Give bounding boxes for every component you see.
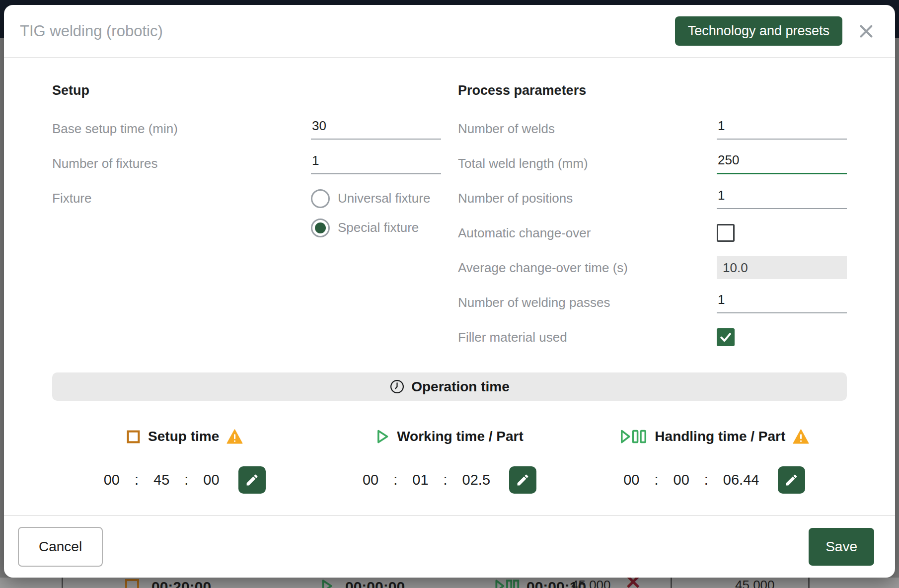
setup-hours: 00 — [104, 472, 120, 488]
bg-table-border — [671, 578, 672, 588]
process-parameters-section: Process parameters Number of welds Total… — [458, 76, 847, 355]
operation-time-title: Operation time — [411, 379, 510, 395]
working-time-label: Working time / Part — [397, 429, 524, 444]
process-parameters-heading: Process parameters — [458, 83, 847, 98]
operation-time-bar: Operation time — [52, 372, 847, 401]
edit-setup-time-button[interactable] — [238, 466, 266, 494]
total-weld-length-input[interactable] — [717, 152, 847, 174]
special-fixture-radio[interactable]: Special fixture — [311, 213, 441, 242]
bg-table-border — [62, 578, 63, 588]
checkmark-icon — [719, 330, 733, 344]
bg-partial-value: 45.000 — [735, 578, 775, 588]
fixture-label: Fixture — [52, 191, 311, 206]
radio-unselected-icon — [311, 189, 330, 208]
tig-welding-dialog: TIG welding (robotic) Technology and pre… — [4, 5, 895, 578]
number-of-fixtures-input[interactable] — [311, 153, 441, 174]
handling-hours: 00 — [623, 472, 639, 488]
pencil-icon — [784, 473, 799, 487]
handling-time-block: Handling time / Part 00 : 00 : 06.44 — [582, 429, 847, 494]
bg-table-border — [808, 578, 810, 588]
pencil-icon — [516, 473, 530, 487]
close-button[interactable] — [857, 22, 875, 40]
filler-material-checkbox[interactable] — [717, 328, 735, 346]
automatic-changeover-label: Automatic change-over — [458, 225, 717, 241]
times-row: Setup time 00 : 45 : 00 — [52, 429, 847, 494]
filler-material-row: Filler material used — [458, 320, 847, 355]
close-icon — [857, 22, 875, 40]
radio-selected-icon — [311, 219, 330, 237]
setup-section: Setup Base setup time (min) Number of fi… — [52, 76, 441, 355]
handling-minutes: 00 — [674, 472, 689, 488]
welding-passes-input[interactable] — [717, 292, 847, 313]
time-separator: : — [393, 472, 397, 488]
dialog-body: Setup Base setup time (min) Number of fi… — [4, 58, 895, 515]
bg-delete-x-icon: ✕ — [625, 578, 642, 588]
bg-setup-square-icon — [125, 579, 139, 588]
filler-material-label: Filler material used — [458, 330, 717, 345]
working-minutes: 01 — [412, 472, 428, 488]
technology-presets-button[interactable]: Technology and presets — [675, 16, 842, 46]
base-setup-time-label: Base setup time (min) — [52, 121, 311, 137]
cancel-button[interactable]: Cancel — [18, 527, 103, 567]
handling-time-label: Handling time / Part — [655, 429, 785, 444]
total-weld-length-label: Total weld length (mm) — [458, 156, 717, 171]
save-button[interactable]: Save — [809, 528, 874, 566]
setup-time-label: Setup time — [148, 429, 219, 444]
number-of-positions-label: Number of positions — [458, 191, 717, 206]
dialog-header: TIG welding (robotic) Technology and pre… — [4, 5, 895, 58]
number-of-welds-input[interactable] — [717, 118, 847, 140]
dialog-title: TIG welding (robotic) — [20, 22, 675, 40]
total-weld-length-row: Total weld length (mm) — [458, 146, 847, 181]
fixture-radio-group: Universal fixture Special fixture — [311, 184, 441, 242]
working-hours: 00 — [363, 472, 378, 488]
number-of-fixtures-label: Number of fixtures — [52, 156, 311, 171]
automatic-changeover-checkbox[interactable] — [717, 224, 735, 242]
universal-fixture-radio[interactable]: Universal fixture — [311, 184, 441, 213]
time-separator: : — [704, 472, 708, 488]
edit-working-time-button[interactable] — [509, 466, 536, 494]
handling-seconds: 06.44 — [723, 472, 759, 488]
number-of-positions-row: Number of positions — [458, 181, 847, 216]
time-separator: : — [135, 472, 139, 488]
setup-square-icon — [126, 430, 141, 444]
average-changeover-label: Average change-over time (s) — [458, 260, 717, 276]
bg-play-icon — [320, 579, 333, 588]
background-table-strip: 00:20:00 00:00:00 00:00:10 45.000 ✕ 45.0… — [0, 578, 899, 588]
bg-partial-value: 45.000 — [571, 578, 611, 588]
number-of-welds-row: Number of welds — [458, 111, 847, 146]
bg-time-value: 00:20:00 — [151, 579, 211, 588]
automatic-changeover-row: Automatic change-over — [458, 216, 847, 250]
working-seconds: 02.5 — [462, 472, 490, 488]
average-changeover-row: Average change-over time (s) — [458, 250, 847, 285]
special-fixture-label: Special fixture — [338, 220, 419, 235]
base-setup-time-row: Base setup time (min) — [52, 111, 441, 146]
bg-time-value: 00:00:00 — [345, 579, 405, 588]
clock-icon — [389, 379, 405, 394]
setup-minutes: 45 — [153, 472, 169, 488]
base-setup-time-input[interactable] — [311, 118, 441, 140]
play-icon — [375, 429, 389, 444]
number-of-welds-label: Number of welds — [458, 121, 717, 137]
setup-seconds: 00 — [203, 472, 219, 488]
warning-icon — [793, 429, 809, 444]
setup-time-block: Setup time 00 : 45 : 00 — [52, 429, 317, 494]
fixture-row: Fixture Universal fixture Special fixtur… — [52, 184, 441, 242]
average-changeover-input — [717, 256, 847, 279]
time-separator: : — [654, 472, 658, 488]
welding-passes-row: Number of welding passes — [458, 285, 847, 320]
working-time-block: Working time / Part 00 : 01 : 02.5 — [317, 429, 582, 494]
time-separator: : — [184, 472, 188, 488]
dialog-footer: Cancel Save — [4, 515, 895, 578]
welding-passes-label: Number of welding passes — [458, 295, 717, 310]
pencil-icon — [245, 473, 259, 487]
play-pause-icon — [619, 429, 647, 444]
setup-heading: Setup — [52, 83, 441, 98]
edit-handling-time-button[interactable] — [778, 466, 805, 494]
bg-play-pause-icon — [494, 579, 520, 588]
time-separator: : — [444, 472, 448, 488]
warning-icon — [226, 429, 243, 444]
number-of-positions-input[interactable] — [717, 188, 847, 209]
universal-fixture-label: Universal fixture — [338, 191, 430, 206]
number-of-fixtures-row: Number of fixtures — [52, 146, 441, 181]
